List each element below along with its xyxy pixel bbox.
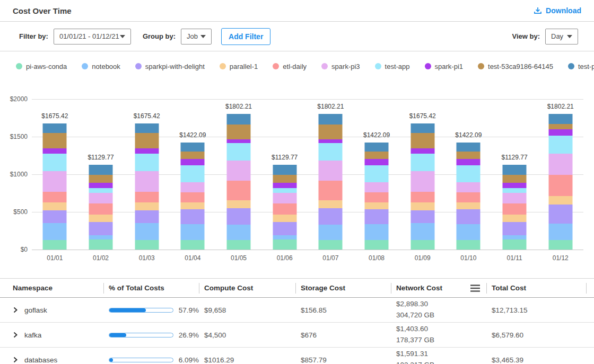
bar-segment-parallel-1[interactable] [548,196,572,205]
stacked-bar-01/01[interactable] [43,123,67,250]
bar-segment-notebook[interactable] [457,224,481,239]
bar-segment-test-pkix[interactable] [89,165,113,175]
bar-segment-pi-aws-conda[interactable] [503,239,527,250]
bar-segment-notebook[interactable] [43,223,67,240]
bar-segment-parallel-1[interactable] [503,215,527,222]
bar-segment-spark-pi1[interactable] [43,148,67,154]
bar-segment-spark-pi3[interactable] [43,171,67,192]
bar-segment-pi-aws-conda[interactable] [273,239,296,250]
bar-segment-spark-pi3[interactable] [227,161,251,181]
bar-segment-test-53ca9186-64145[interactable] [43,133,67,148]
bar-segment-notebook[interactable] [410,223,434,240]
bar-segment-test-53ca9186-64145[interactable] [457,152,481,159]
date-range-select[interactable]: 01/01/21 - 01/12/21 [54,29,131,45]
bar-segment-spark-pi3[interactable] [319,161,343,181]
bar-segment-test-pkix[interactable] [181,143,205,152]
view-by-select[interactable]: Day [545,29,578,45]
bar-segment-parallel-1[interactable] [457,202,481,209]
bar-segment-spark-pi1[interactable] [273,183,296,189]
legend-item-pi-aws-conda[interactable]: pi-aws-conda [16,63,67,70]
group-by-select[interactable]: Job [181,29,212,45]
stacked-bar-01/07[interactable] [319,114,343,250]
bar-segment-parallel-1[interactable] [365,202,389,209]
bar-segment-spark-pi3[interactable] [135,171,159,192]
bar-segment-spark-pi1[interactable] [548,129,572,136]
legend-item-test-app[interactable]: test-app [375,63,410,70]
bar-segment-pi-aws-conda[interactable] [457,240,481,250]
stacked-bar-01/03[interactable] [135,123,159,250]
bar-segment-test-pkix[interactable] [548,114,572,124]
stacked-bar-01/05[interactable] [227,114,251,250]
bar-segment-test-53ca9186-64145[interactable] [273,175,296,182]
bar-segment-notebook[interactable] [319,225,343,240]
column-header-namespace[interactable]: Namespace [0,279,103,297]
bar-segment-test-app[interactable] [365,165,389,182]
column-header-network[interactable]: Network Cost [391,279,486,297]
bar-segment-test-pkix[interactable] [227,114,251,125]
bar-segment-etl-daily[interactable] [410,192,434,202]
stacked-bar-01/02[interactable] [89,165,113,250]
bar-segment-test-53ca9186-64145[interactable] [548,124,572,129]
bar-segment-test-app[interactable] [503,188,527,192]
bar-segment-parallel-1[interactable] [227,200,251,208]
stacked-bar-01/09[interactable] [410,123,434,250]
bar-segment-spark-pi1[interactable] [89,183,113,189]
bar-segment-pi-aws-conda[interactable] [135,240,159,250]
bar-segment-notebook[interactable] [89,235,113,239]
bar-segment-parallel-1[interactable] [43,202,67,210]
bar-segment-test-app[interactable] [273,188,296,192]
bar-segment-notebook[interactable] [181,224,205,239]
bar-segment-etl-daily[interactable] [43,192,67,202]
bar-segment-sparkpi-with-delight[interactable] [135,210,159,223]
stacked-bar-01/08[interactable] [365,143,389,250]
bar-segment-notebook[interactable] [227,225,251,240]
bar-segment-parallel-1[interactable] [319,200,343,208]
stacked-bar-01/04[interactable] [181,143,205,250]
bar-segment-test-pkix[interactable] [135,123,159,132]
bar-segment-spark-pi3[interactable] [273,193,296,204]
bar-segment-sparkpi-with-delight[interactable] [89,222,113,235]
column-header-percent[interactable]: % of Total Costs [103,279,199,297]
bar-segment-etl-daily[interactable] [548,175,572,196]
bar-segment-spark-pi1[interactable] [457,159,481,165]
bar-segment-notebook[interactable] [135,223,159,240]
bar-segment-pi-aws-conda[interactable] [89,239,113,250]
bar-segment-sparkpi-with-delight[interactable] [457,209,481,224]
bar-segment-parallel-1[interactable] [181,202,205,209]
bar-segment-test-app[interactable] [181,165,205,182]
legend-item-test-53ca9186-64145[interactable]: test-53ca9186-64145 [478,63,553,70]
column-menu-icon[interactable] [469,284,481,292]
bar-segment-notebook[interactable] [548,224,572,240]
bar-segment-parallel-1[interactable] [273,215,296,222]
bar-segment-test-app[interactable] [410,154,434,171]
bar-segment-sparkpi-with-delight[interactable] [503,222,527,235]
bar-segment-pi-aws-conda[interactable] [43,240,67,250]
bar-segment-etl-daily[interactable] [273,203,296,215]
bar-segment-pi-aws-conda[interactable] [319,240,343,250]
bar-segment-test-app[interactable] [548,136,572,154]
bar-segment-spark-pi3[interactable] [548,154,572,175]
add-filter-button[interactable]: Add Filter [221,28,270,45]
bar-segment-spark-pi1[interactable] [181,159,205,165]
column-header-compute[interactable]: Compute Cost [199,279,295,297]
bar-segment-etl-daily[interactable] [503,203,527,215]
expand-chevron-icon[interactable] [13,307,18,313]
bar-segment-test-pkix[interactable] [457,143,481,152]
bar-segment-spark-pi3[interactable] [365,182,389,192]
bar-segment-test-53ca9186-64145[interactable] [227,125,251,139]
bar-segment-sparkpi-with-delight[interactable] [319,208,343,225]
bar-segment-etl-daily[interactable] [227,181,251,201]
legend-item-notebook[interactable]: notebook [82,63,120,70]
table-row-goflask[interactable]: goflask 57.9% $9,658 $156.85 $2,898.30 3… [0,298,594,323]
table-row-databases[interactable]: databases 6.09% $1016.29 $857.79 $1,591.… [0,348,594,364]
legend-item-etl-daily[interactable]: etl-daily [273,63,307,70]
bar-segment-pi-aws-conda[interactable] [410,240,434,250]
bar-segment-test-53ca9186-64145[interactable] [319,125,343,139]
bar-segment-test-pkix[interactable] [43,123,67,132]
download-button[interactable]: Download [534,6,581,15]
bar-segment-test-53ca9186-64145[interactable] [410,133,434,148]
bar-segment-spark-pi3[interactable] [89,193,113,204]
bar-segment-pi-aws-conda[interactable] [548,240,572,250]
bar-segment-sparkpi-with-delight[interactable] [410,210,434,223]
bar-segment-test-pkix[interactable] [410,123,434,132]
